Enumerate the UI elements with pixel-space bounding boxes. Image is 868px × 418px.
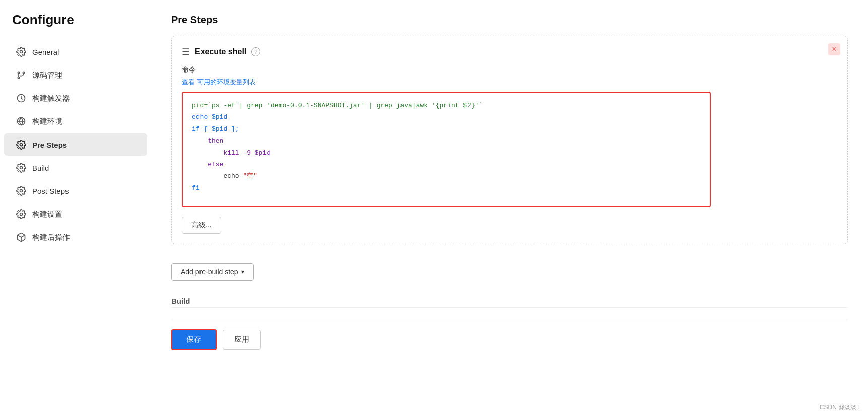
sidebar-item-general-label: General: [32, 48, 59, 56]
svg-point-2: [23, 72, 24, 73]
watermark: CSDN @淡淡 I: [820, 403, 860, 412]
page-configure-title: Configure: [0, 12, 151, 40]
gear-icon-poststeps: [16, 186, 26, 196]
help-icon[interactable]: ?: [251, 47, 260, 56]
gear-icon-settings: [16, 209, 26, 219]
step-card: ☰ Execute shell ? × 命令 查看 可用的环境变量列表 pid=…: [171, 36, 848, 244]
code-line-4: then: [192, 135, 701, 147]
clock-icon: [16, 93, 26, 103]
bottom-bar: 保存 应用: [171, 320, 848, 350]
close-button[interactable]: ×: [828, 43, 840, 55]
advanced-button[interactable]: 高级...: [182, 217, 221, 234]
svg-point-10: [20, 190, 23, 192]
build-section-label: Build: [171, 297, 848, 308]
code-line-1: pid=`ps -ef | grep 'demo-0.0.1-SNAPSHOT.…: [192, 100, 701, 111]
step-card-header: ☰ Execute shell ?: [182, 46, 837, 57]
code-editor-area[interactable]: pid=`ps -ef | grep 'demo-0.0.1-SNAPSHOT.…: [182, 92, 711, 207]
sidebar-item-general[interactable]: General: [4, 41, 147, 63]
svg-point-3: [18, 77, 19, 78]
sidebar-item-poststeps[interactable]: Post Steps: [4, 180, 147, 202]
code-line-2: echo $pid: [192, 111, 701, 123]
sidebar-item-trigger-label: 构建触发器: [32, 94, 70, 103]
dropdown-arrow-icon: ▾: [241, 268, 244, 275]
globe-icon: [16, 116, 26, 126]
add-step-label: Add pre-build step: [181, 268, 238, 276]
sidebar-item-poststeps-label: Post Steps: [32, 187, 69, 195]
sidebar-item-build-label: Build: [32, 164, 49, 172]
sidebar-item-env[interactable]: 构建环境: [4, 110, 147, 132]
sidebar-item-settings-label: 构建设置: [32, 210, 62, 219]
svg-point-0: [20, 51, 23, 53]
apply-button[interactable]: 应用: [223, 330, 261, 350]
code-line-6: else: [192, 159, 701, 170]
env-variables-link[interactable]: 查看 可用的环境变量列表: [182, 78, 256, 87]
save-button[interactable]: 保存: [171, 329, 217, 350]
code-line-7: echo "空": [192, 170, 701, 182]
svg-point-1: [18, 72, 19, 73]
code-line-8: fi: [192, 182, 701, 194]
sidebar-item-postbuild-label: 构建后操作: [32, 233, 70, 242]
sidebar-item-source-label: 源码管理: [32, 71, 62, 80]
gear-icon: [16, 47, 26, 57]
sidebar-item-settings[interactable]: 构建设置: [4, 203, 147, 225]
page-title: Pre Steps: [171, 14, 848, 26]
code-line-5: kill -9 $pid: [192, 147, 701, 159]
code-line-3: if [ $pid ];: [192, 123, 701, 135]
add-step-button[interactable]: Add pre-build step ▾: [171, 263, 254, 281]
svg-point-9: [20, 167, 23, 169]
branch-icon: [16, 70, 26, 80]
sidebar-item-postbuild[interactable]: 构建后操作: [4, 226, 147, 248]
gear-icon-presteps: [16, 140, 26, 150]
sidebar-item-trigger[interactable]: 构建触发器: [4, 87, 147, 109]
gear-icon-build: [16, 163, 26, 173]
sidebar-item-presteps[interactable]: Pre Steps: [4, 133, 147, 156]
cube-icon: [16, 232, 26, 242]
main-content: Pre Steps ☰ Execute shell ? × 命令 查看 可用的环…: [151, 0, 868, 418]
svg-point-11: [20, 213, 23, 216]
drag-handle-icon[interactable]: ☰: [182, 46, 190, 57]
sidebar: Configure General 源码管理 构建触发器: [0, 0, 151, 418]
step-card-title: Execute shell: [195, 47, 246, 56]
sidebar-item-build[interactable]: Build: [4, 157, 147, 179]
env-link-text: 可用的环境变量列表: [197, 78, 256, 86]
sidebar-item-source[interactable]: 源码管理: [4, 64, 147, 86]
svg-point-8: [20, 144, 23, 146]
command-label: 命令: [182, 65, 837, 75]
sidebar-item-presteps-label: Pre Steps: [32, 141, 67, 149]
sidebar-item-env-label: 构建环境: [32, 117, 62, 126]
